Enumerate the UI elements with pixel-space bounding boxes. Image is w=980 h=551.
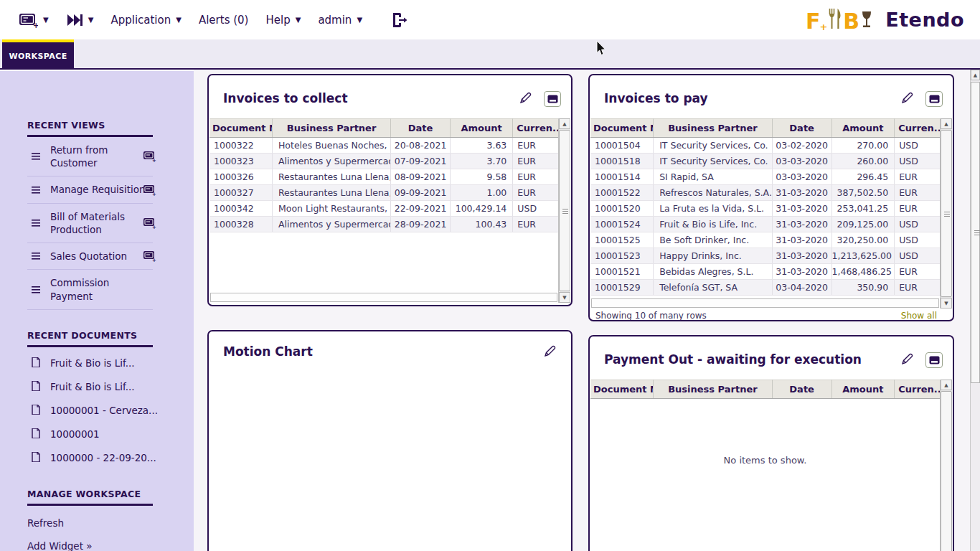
cell-currency[interactable]: EUR xyxy=(895,185,940,201)
cell-date[interactable]: 09-09-2021 xyxy=(391,185,451,201)
add-widget-link[interactable]: Add Widget » xyxy=(0,534,194,551)
cell-business-partner[interactable]: IT Security Services, Co. xyxy=(654,154,773,169)
table-row[interactable]: 10001524Fruit & Bio is Life, Inc.31-03-2… xyxy=(590,217,940,232)
cell-business-partner[interactable]: Fruit & Bio is Life, Inc. xyxy=(654,217,773,232)
cell-document-no[interactable]: 1000323 xyxy=(209,154,272,169)
col-amount[interactable]: Amount xyxy=(831,119,895,138)
table-row[interactable]: 1000328Alimentos y Supermercados28-09-20… xyxy=(209,217,558,232)
minimize-widget-button[interactable] xyxy=(544,91,561,107)
table-row[interactable]: 1000327Restaurantes Luna Llena, S.A09-09… xyxy=(209,185,558,201)
col-amount[interactable]: Amount xyxy=(450,119,512,138)
table-row[interactable]: 10001523Happy Drinks, Inc.31-03-20201,21… xyxy=(590,248,940,264)
table-row[interactable]: 10001525Be Soft Drinker, Inc.31-03-20203… xyxy=(590,232,940,248)
cell-document-no[interactable]: 10001522 xyxy=(590,185,654,201)
cell-currency[interactable]: USD xyxy=(513,201,558,217)
cell-amount[interactable]: 1.00 xyxy=(450,185,512,201)
cell-currency[interactable]: EUR xyxy=(895,280,940,296)
page-vertical-scrollbar[interactable]: ▲ xyxy=(970,70,980,551)
sidebar-item-sales-quotation[interactable]: Sales Quotation + xyxy=(0,243,194,269)
cell-currency[interactable]: USD xyxy=(895,232,940,248)
scroll-up-icon[interactable]: ▲ xyxy=(941,118,952,129)
widget-vertical-scrollbar[interactable]: ▲ ▼ xyxy=(940,118,952,309)
col-business-partner[interactable]: Business Partner xyxy=(272,119,390,138)
table-row[interactable]: 1000323Alimentos y Supermercados07-09-20… xyxy=(209,154,558,169)
col-date[interactable]: Date xyxy=(772,380,831,399)
col-currency[interactable]: Curren... xyxy=(895,119,940,138)
sidebar-item-return-from-customer[interactable]: Return from Customer + xyxy=(0,137,194,176)
cell-date[interactable]: 03-02-2020 xyxy=(772,138,831,154)
cell-business-partner[interactable]: SI Rapid, SA xyxy=(654,169,773,185)
form-icon[interactable]: + xyxy=(143,217,156,229)
cell-business-partner[interactable]: IT Security Services, Co. xyxy=(654,138,773,154)
cell-business-partner[interactable]: Hoteles Buenas Noches, S.A xyxy=(272,138,390,154)
help-menu[interactable]: Help ▼ xyxy=(265,14,301,27)
table-row[interactable]: 1000342Moon Light Restaurants, Co.22-09-… xyxy=(209,201,558,217)
cell-amount[interactable]: 387,502.50 xyxy=(831,185,895,201)
edit-widget-button[interactable] xyxy=(898,351,915,368)
cell-amount[interactable]: 9.58 xyxy=(450,169,512,185)
cell-currency[interactable]: EUR xyxy=(513,169,558,185)
application-menu[interactable]: Application ▼ xyxy=(110,14,182,27)
cell-document-no[interactable]: 1000326 xyxy=(209,169,272,185)
cell-amount[interactable]: 100.43 xyxy=(450,217,512,232)
cell-document-no[interactable]: 10001523 xyxy=(590,248,654,264)
table-row[interactable]: 1000322Hoteles Buenas Noches, S.A20-08-2… xyxy=(209,138,558,154)
cell-business-partner[interactable]: Bebidas Alegres, S.L. xyxy=(654,264,773,280)
cell-amount[interactable]: 260.00 xyxy=(831,154,895,169)
cell-business-partner[interactable]: Alimentos y Supermercados xyxy=(272,154,390,169)
form-icon[interactable]: + xyxy=(143,250,156,262)
cell-currency[interactable]: EUR xyxy=(895,169,940,185)
cell-date[interactable]: 31-03-2020 xyxy=(772,217,831,232)
cell-amount[interactable]: 1,213,625.00 xyxy=(831,248,895,264)
scrollbar-thumb[interactable] xyxy=(941,391,952,551)
cell-currency[interactable]: USD xyxy=(895,154,940,169)
col-document-no[interactable]: Document N... xyxy=(209,119,272,138)
scroll-up-icon[interactable]: ▲ xyxy=(971,70,980,80)
edit-widget-button[interactable] xyxy=(517,90,534,107)
col-document-no[interactable]: Document N... xyxy=(590,380,654,399)
col-date[interactable]: Date xyxy=(772,119,831,138)
logout-button[interactable] xyxy=(390,11,408,29)
recent-document-item[interactable]: Fruit & Bio is Lif... xyxy=(0,352,194,375)
col-document-no[interactable]: Document N... xyxy=(590,119,654,138)
cell-amount[interactable]: 350.90 xyxy=(831,280,895,296)
cell-currency[interactable]: EUR xyxy=(513,185,558,201)
cell-business-partner[interactable]: Restaurantes Luna Llena, S.A xyxy=(272,185,390,201)
alerts-menu[interactable]: Alerts (0) xyxy=(199,14,249,27)
cell-document-no[interactable]: 10001520 xyxy=(590,201,654,217)
col-business-partner[interactable]: Business Partner xyxy=(654,380,773,399)
cell-document-no[interactable]: 10001524 xyxy=(590,217,654,232)
cell-currency[interactable]: USD xyxy=(895,217,940,232)
cell-date[interactable]: 31-03-2020 xyxy=(772,185,831,201)
form-icon[interactable]: + xyxy=(143,184,156,196)
cell-document-no[interactable]: 1000327 xyxy=(209,185,272,201)
scroll-down-icon[interactable]: ▼ xyxy=(559,292,570,303)
cell-document-no[interactable]: 10001514 xyxy=(590,169,654,185)
recent-document-item[interactable]: 10000001 - Cerveza... xyxy=(0,399,194,423)
view-menu-button[interactable]: + ▼ xyxy=(19,11,49,29)
cell-currency[interactable]: USD xyxy=(895,138,940,154)
cell-currency[interactable]: EUR xyxy=(895,201,940,217)
col-currency[interactable]: Curren... xyxy=(895,380,940,399)
cell-business-partner[interactable]: Moon Light Restaurants, Co. xyxy=(272,201,390,217)
sidebar-item-commission-payment[interactable]: Commission Payment xyxy=(0,270,194,309)
edit-widget-button[interactable] xyxy=(541,343,558,360)
cell-business-partner[interactable]: Alimentos y Supermercados xyxy=(272,217,390,232)
col-currency[interactable]: Curren... xyxy=(513,119,558,138)
table-row[interactable]: 10001521Bebidas Alegres, S.L.31-03-20201… xyxy=(590,264,940,280)
cell-date[interactable]: 03-03-2020 xyxy=(772,169,831,185)
edit-widget-button[interactable] xyxy=(898,90,915,107)
scroll-down-icon[interactable]: ▼ xyxy=(941,298,952,309)
minimize-widget-button[interactable] xyxy=(925,91,943,107)
scroll-up-icon[interactable]: ▲ xyxy=(941,380,952,390)
cell-date[interactable]: 20-08-2021 xyxy=(391,138,451,154)
cell-date[interactable]: 28-09-2021 xyxy=(391,217,451,232)
cell-date[interactable]: 03-04-2020 xyxy=(772,280,831,296)
cell-document-no[interactable]: 10001521 xyxy=(590,264,654,280)
refresh-link[interactable]: Refresh xyxy=(0,512,194,534)
user-menu[interactable]: admin ▼ xyxy=(318,14,362,27)
quick-launch-button[interactable]: ▼ xyxy=(66,13,94,27)
horizontal-scrollbar[interactable] xyxy=(591,298,939,308)
cell-date[interactable]: 31-03-2020 xyxy=(772,264,831,280)
col-business-partner[interactable]: Business Partner xyxy=(654,119,773,138)
